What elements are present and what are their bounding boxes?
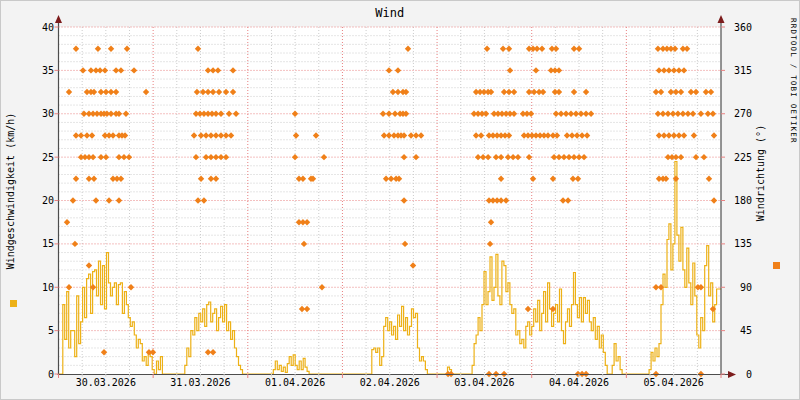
right-tick-label: 360 [734, 22, 752, 33]
left-tick-label: 5 [48, 325, 54, 336]
x-tick-label: 03.04.2026 [454, 377, 514, 388]
speed-series-marker [10, 300, 17, 307]
right-tick-label: 135 [734, 238, 752, 249]
rrdtool-watermark: RRDTOOL / TOBI OETIKER [789, 18, 798, 144]
wind-chart: 0510152025303540045901351802252703153603… [1, 1, 799, 399]
x-axis-arrow [728, 371, 736, 378]
left-tick-label: 25 [42, 152, 54, 163]
rrd-graph-frame: 0510152025303540045901351802252703153603… [0, 0, 800, 400]
right-tick-label: 270 [734, 108, 752, 119]
right-tick-label: 45 [740, 325, 752, 336]
left-tick-label: 40 [42, 22, 54, 33]
left-tick-label: 20 [42, 195, 54, 206]
x-tick-label: 30.03.2026 [76, 377, 136, 388]
right-axis-arrow [718, 15, 725, 23]
chart-title: Wind [375, 6, 404, 20]
direction-series-marker [773, 262, 780, 269]
x-tick-label: 04.04.2026 [549, 377, 609, 388]
right-tick-label: 0 [746, 369, 752, 380]
right-tick-label: 180 [734, 195, 752, 206]
left-tick-label: 30 [42, 108, 54, 119]
left-tick-label: 15 [42, 238, 54, 249]
x-tick-label: 31.03.2026 [170, 377, 230, 388]
x-tick-label: 05.04.2026 [644, 377, 704, 388]
left-axis-title: Windgeschwindigkeit (km/h) [5, 113, 16, 270]
x-tick-label: 02.04.2026 [360, 377, 420, 388]
left-tick-label: 35 [42, 65, 54, 76]
left-tick-label: 10 [42, 282, 54, 293]
x-tick-label: 01.04.2026 [265, 377, 325, 388]
right-axis-title: Windrichtung (°) [755, 125, 766, 221]
right-tick-label: 90 [740, 282, 752, 293]
left-axis-arrow [55, 15, 62, 23]
left-tick-label: 0 [48, 369, 54, 380]
right-tick-label: 225 [734, 152, 752, 163]
right-tick-label: 315 [734, 65, 752, 76]
